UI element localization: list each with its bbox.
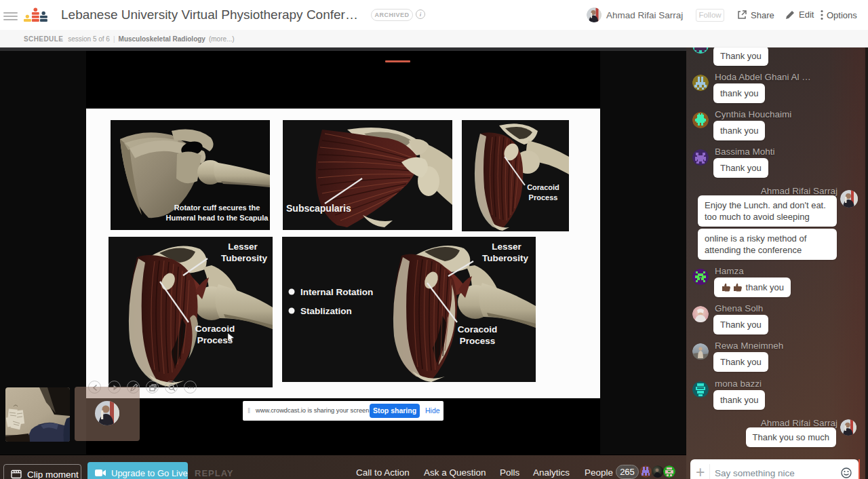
svg-text:Process: Process — [197, 335, 233, 345]
svg-text:Coracoid: Coracoid — [195, 324, 235, 334]
svg-text:Process: Process — [529, 193, 558, 202]
svg-text:Process: Process — [460, 336, 496, 346]
svg-text:Stablization: Stablization — [300, 306, 352, 316]
svg-text:Tuberosity: Tuberosity — [221, 253, 267, 263]
svg-text:Tuberosity: Tuberosity — [482, 253, 528, 263]
svg-text:Coracoid: Coracoid — [527, 183, 559, 191]
svg-text:Coracoid: Coracoid — [458, 324, 498, 334]
svg-text:Humeral head to the Scapula: Humeral head to the Scapula — [166, 214, 269, 222]
svg-text:Lesser: Lesser — [228, 242, 258, 252]
svg-text:Subscapularis: Subscapularis — [286, 203, 351, 214]
svg-text:Internal Rotation: Internal Rotation — [300, 287, 373, 297]
svg-text:Rotator cuff secures the: Rotator cuff secures the — [174, 204, 260, 212]
svg-text:Lesser: Lesser — [492, 242, 521, 252]
